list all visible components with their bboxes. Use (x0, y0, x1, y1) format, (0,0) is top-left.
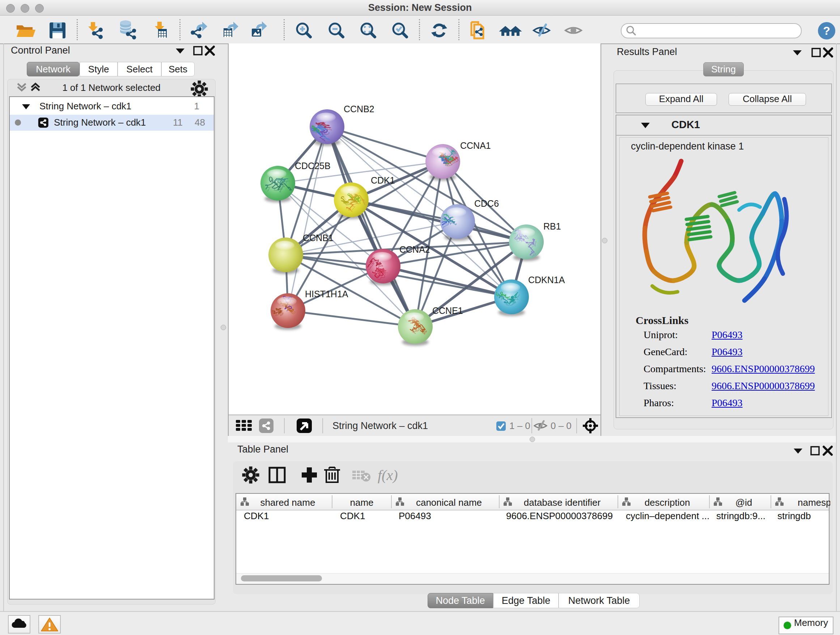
svg-text:1 – 0: 1 – 0 (509, 420, 531, 431)
svg-text:description: description (645, 497, 690, 508)
svg-text:CCNB2: CCNB2 (344, 104, 374, 114)
svg-text:CDC25B: CDC25B (295, 161, 331, 171)
svg-text:canonical name: canonical name (416, 497, 482, 508)
svg-text:name: name (350, 497, 373, 508)
svg-text:CCNE1: CCNE1 (432, 306, 463, 316)
svg-text:CDKN1A: CDKN1A (528, 275, 565, 285)
svg-text:CDC6: CDC6 (474, 198, 499, 209)
svg-text:namespace: namespace (798, 497, 830, 508)
svg-text:f(x): f(x) (378, 467, 398, 483)
svg-text:CDK1: CDK1 (371, 175, 395, 185)
svg-text:CCNA1: CCNA1 (460, 141, 491, 150)
svg-text:database identifier: database identifier (524, 497, 601, 508)
svg-text:String Network – cdk1: String Network – cdk1 (332, 420, 428, 431)
svg-text:CCNA2: CCNA2 (399, 244, 430, 255)
svg-text:CCNB1: CCNB1 (303, 233, 333, 243)
svg-text:HIST1H1A: HIST1H1A (305, 289, 348, 299)
svg-text:shared name: shared name (261, 497, 316, 508)
svg-text:RB1: RB1 (543, 221, 561, 231)
svg-text:@id: @id (736, 497, 752, 508)
svg-text:0 – 0: 0 – 0 (551, 420, 572, 431)
svg-text:?: ? (823, 24, 830, 37)
